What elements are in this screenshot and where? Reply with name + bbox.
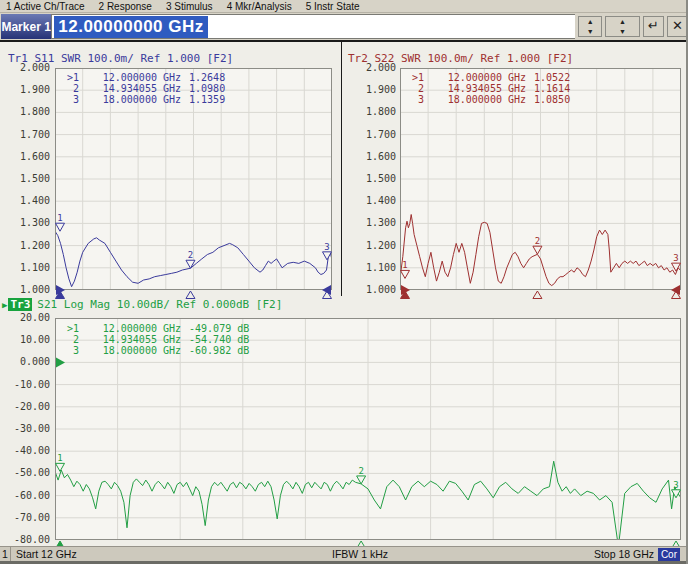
svg-text:2: 2 xyxy=(188,250,193,260)
menu-item-response[interactable]: 2 Response xyxy=(99,1,152,12)
spin-up-icon[interactable]: ▲ xyxy=(579,17,601,27)
menu-item-mkr-analysis[interactable]: 4 Mkr/Analysis xyxy=(227,1,292,12)
vna-screen: 1 Active Ch/Trace 2 Response 3 Stimulus … xyxy=(0,0,688,564)
svg-text:1: 1 xyxy=(402,260,407,270)
tr1-marker-readout: >1 12.000000 GHz1.26482 14.934055 GHz1.0… xyxy=(62,72,225,105)
tr2-marker-readout: >1 12.000000 GHz1.05222 14.934055 GHz1.1… xyxy=(407,72,570,105)
tr3-title[interactable]: ▶ Tr3 S21 Log Mag 10.00dB/ Ref 0.000dB [… xyxy=(2,298,282,311)
marker-readout-row: >1 12.000000 GHz1.2648 xyxy=(62,72,225,83)
marker-entry-label: Marker 1 xyxy=(1,14,51,39)
svg-text:3: 3 xyxy=(673,480,678,490)
chart-divider xyxy=(341,42,342,296)
svg-text:3: 3 xyxy=(324,242,329,252)
marker-frequency-input[interactable]: 12.00000000 GHz xyxy=(51,14,575,39)
tr3-marker-readout: >1 12.000000 GHz-49.079 dB2 14.934055 GH… xyxy=(62,323,249,356)
menu-bar: 1 Active Ch/Trace 2 Response 3 Stimulus … xyxy=(0,0,688,13)
start-frequency-label: Start 12 GHz xyxy=(16,548,77,560)
tr3-y-axis: 20.0010.000.000-10.00-20.00-30.00-40.00-… xyxy=(2,318,50,548)
active-trace-arrow-icon: ▶ xyxy=(2,300,7,310)
marker-frequency-value: 12.00000000 GHz xyxy=(54,16,208,38)
marker-readout-row: 2 14.934055 GHz1.0980 xyxy=(62,83,225,94)
enter-button[interactable]: ↵ xyxy=(643,16,664,37)
marker-readout-row: >1 12.000000 GHz1.0522 xyxy=(407,72,570,83)
status-bar: 1 Start 12 GHz IFBW 1 kHz Stop 18 GHz Co… xyxy=(0,546,688,561)
tr3-badge[interactable]: Tr3 xyxy=(8,298,32,311)
spin-up-icon[interactable]: ▲ xyxy=(606,17,639,27)
ifbw-label: IFBW 1 kHz xyxy=(332,548,388,560)
menu-item-active-ch-trace[interactable]: 1 Active Ch/Trace xyxy=(6,1,85,12)
marker-readout-row: 2 14.934055 GHz-54.740 dB xyxy=(62,334,249,345)
spin-stepper-large: ▲ ▼ xyxy=(605,16,640,37)
stop-frequency-label: Stop 18 GHz xyxy=(594,548,654,560)
svg-text:1: 1 xyxy=(57,453,62,463)
spin-stepper-small: ▲ ▼ xyxy=(578,16,602,37)
close-entry-button[interactable]: ✕ xyxy=(667,16,688,37)
tr2-y-axis: 2.0001.9001.8001.7001.6001.5001.4001.300… xyxy=(348,68,396,298)
tr3-title-text: S21 Log Mag 10.00dB/ Ref 0.000dB [F2] xyxy=(37,298,282,311)
svg-text:3: 3 xyxy=(673,253,678,263)
tr1-y-axis: 2.0001.9001.8001.7001.6001.5001.4001.300… xyxy=(2,68,50,298)
svg-text:2: 2 xyxy=(358,466,363,476)
marker-readout-row: 3 18.000000 GHz-60.982 dB xyxy=(62,345,249,356)
marker-readout-row: 2 14.934055 GHz1.1614 xyxy=(407,83,570,94)
svg-text:2: 2 xyxy=(535,236,540,246)
channel-number: 1 xyxy=(0,547,11,561)
spin-down-icon[interactable]: ▼ xyxy=(606,27,639,37)
menu-item-instr-state[interactable]: 5 Instr State xyxy=(306,1,360,12)
marker-entry-bar: Marker 1 12.00000000 GHz ▲ ▼ ▲ ▼ ↵ ✕ xyxy=(0,13,688,42)
marker-readout-row: 3 18.000000 GHz1.0850 xyxy=(407,94,570,105)
spin-down-icon[interactable]: ▼ xyxy=(579,27,601,37)
correction-status-badge: Cor xyxy=(658,548,680,561)
svg-text:1: 1 xyxy=(57,213,62,223)
marker-readout-row: 3 18.000000 GHz1.1359 xyxy=(62,94,225,105)
menu-item-stimulus[interactable]: 3 Stimulus xyxy=(166,1,213,12)
marker-readout-row: >1 12.000000 GHz-49.079 dB xyxy=(62,323,249,334)
